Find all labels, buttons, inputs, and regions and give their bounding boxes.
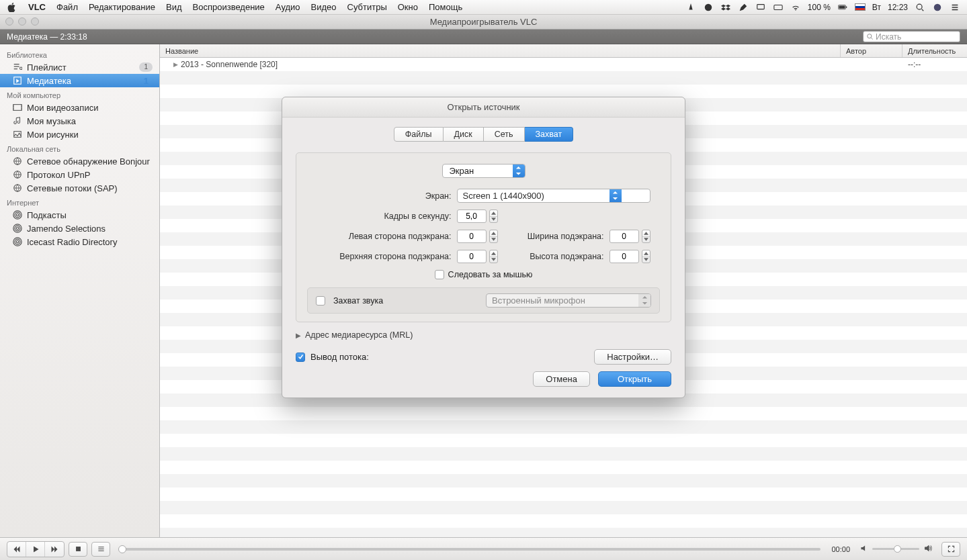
sidebar-item-music[interactable]: Моя музыка bbox=[0, 114, 159, 128]
menu-subtitles[interactable]: Субтитры bbox=[347, 2, 387, 12]
next-button[interactable] bbox=[45, 542, 64, 557]
menu-window[interactable]: Окно bbox=[398, 2, 418, 12]
left-stepper[interactable] bbox=[457, 230, 498, 243]
status-pen-icon[interactable] bbox=[738, 2, 749, 13]
status-time[interactable]: 12:23 bbox=[888, 3, 908, 12]
disclosure-triangle-icon[interactable]: ▶ bbox=[173, 61, 178, 68]
apple-menu-icon[interactable] bbox=[7, 2, 17, 13]
stepper-down-icon[interactable] bbox=[642, 237, 650, 243]
stepper-up-icon[interactable] bbox=[490, 250, 497, 257]
menu-video[interactable]: Видео bbox=[311, 2, 337, 12]
sidebar-item-medialib[interactable]: Медиатека 1 bbox=[0, 74, 159, 87]
stepper-down-icon[interactable] bbox=[490, 237, 497, 243]
window-traffic-lights[interactable] bbox=[5, 17, 39, 26]
sidebar-item-podcasts[interactable]: Подкасты bbox=[0, 208, 159, 222]
menu-audio[interactable]: Аудио bbox=[276, 2, 300, 12]
open-button[interactable]: Открыть bbox=[598, 371, 671, 387]
stop-button[interactable] bbox=[69, 542, 87, 557]
status-display-icon[interactable] bbox=[755, 2, 766, 13]
volume-slider[interactable] bbox=[872, 548, 919, 550]
menu-file[interactable]: Файл bbox=[56, 2, 78, 12]
prev-button[interactable] bbox=[7, 542, 26, 557]
sidebar-item-bonjour[interactable]: Сетевое обнаружение Bonjour bbox=[0, 154, 159, 168]
height-stepper[interactable] bbox=[609, 250, 650, 263]
menu-edit[interactable]: Редактирование bbox=[89, 2, 155, 12]
globe-icon bbox=[12, 169, 23, 180]
window-titlebar: Медиапроигрыватель VLC bbox=[0, 15, 967, 30]
column-author[interactable]: Автор bbox=[841, 44, 902, 57]
width-stepper[interactable] bbox=[609, 230, 650, 243]
sidebar-count: 1 bbox=[144, 76, 153, 86]
screen-select[interactable]: Screen 1 (1440x900) bbox=[457, 189, 650, 203]
status-spotlight-icon[interactable] bbox=[915, 2, 925, 13]
app-menu[interactable]: VLC bbox=[28, 2, 46, 12]
disclosure-triangle-icon: ▶ bbox=[296, 332, 301, 339]
sidebar-item-sap[interactable]: Сетевые потоки (SAP) bbox=[0, 181, 159, 195]
column-title[interactable]: Название bbox=[160, 44, 841, 57]
status-keyboard-icon[interactable] bbox=[773, 2, 784, 13]
table-row[interactable]: ▶2013 - Sonnenwende [320] --:-- bbox=[160, 58, 967, 71]
menu-playback[interactable]: Воспроизведение bbox=[193, 2, 265, 12]
follow-mouse-checkbox[interactable] bbox=[435, 270, 444, 279]
sidebar-item-upnp[interactable]: Протокол UPnP bbox=[0, 168, 159, 181]
sidebar-item-label: Сетевое обнаружение Bonjour bbox=[27, 156, 150, 167]
tab-capture[interactable]: Захват bbox=[525, 127, 574, 142]
mrl-disclosure[interactable]: ▶ Адрес медиаресурса (MRL) bbox=[296, 330, 671, 340]
stepper-down-icon[interactable] bbox=[642, 257, 650, 263]
seek-slider[interactable] bbox=[121, 548, 821, 551]
fps-stepper[interactable] bbox=[457, 209, 650, 223]
dialog-title: Открыть источник bbox=[282, 97, 685, 118]
playlist-toggle-button[interactable] bbox=[91, 542, 110, 557]
cancel-button[interactable]: Отмена bbox=[533, 371, 590, 387]
stepper-down-icon[interactable] bbox=[490, 217, 497, 223]
podcast-icon bbox=[12, 223, 23, 234]
menu-help[interactable]: Помощь bbox=[429, 2, 462, 12]
stepper-down-icon[interactable] bbox=[490, 257, 497, 263]
status-wifi-icon[interactable] bbox=[790, 2, 801, 13]
volume-low-icon[interactable] bbox=[859, 544, 868, 555]
left-label: Левая сторона подэкрана: bbox=[317, 232, 452, 241]
status-siri-icon[interactable] bbox=[932, 2, 943, 13]
left-input[interactable] bbox=[457, 230, 487, 243]
podcast-icon bbox=[12, 236, 23, 247]
height-input[interactable] bbox=[609, 250, 639, 263]
status-day[interactable]: Вт bbox=[872, 3, 881, 12]
play-button[interactable] bbox=[26, 542, 45, 557]
svg-rect-5 bbox=[839, 5, 845, 8]
top-input[interactable] bbox=[457, 250, 487, 263]
stream-output-checkbox[interactable] bbox=[296, 353, 305, 362]
status-dropbox-icon[interactable] bbox=[720, 2, 731, 13]
sidebar-item-videos[interactable]: Мои видеозаписи bbox=[0, 101, 159, 114]
settings-button[interactable]: Настройки… bbox=[594, 349, 671, 365]
stepper-up-icon[interactable] bbox=[490, 210, 497, 217]
volume-high-icon[interactable] bbox=[923, 544, 932, 555]
stepper-up-icon[interactable] bbox=[642, 250, 650, 257]
sidebar-item-pictures[interactable]: Мои рисунки bbox=[0, 128, 159, 141]
stepper-up-icon[interactable] bbox=[490, 230, 497, 237]
status-input-flag-icon[interactable] bbox=[855, 3, 866, 11]
svg-point-16 bbox=[15, 212, 20, 218]
tab-disc[interactable]: Диск bbox=[444, 127, 484, 142]
tab-network[interactable]: Сеть bbox=[484, 127, 525, 142]
capture-source-select[interactable]: Экран bbox=[442, 164, 525, 178]
column-duration[interactable]: Длительность bbox=[902, 44, 967, 57]
svg-rect-2 bbox=[774, 5, 782, 9]
sidebar-item-jamendo[interactable]: Jamendo Selections bbox=[0, 222, 159, 235]
sidebar-item-playlist[interactable]: Плейлист 1 bbox=[0, 60, 159, 74]
status-battery-icon[interactable] bbox=[837, 2, 848, 13]
fullscreen-button[interactable] bbox=[941, 542, 960, 557]
capture-audio-checkbox[interactable] bbox=[316, 296, 325, 306]
top-stepper[interactable] bbox=[457, 250, 498, 263]
width-input[interactable] bbox=[609, 230, 639, 243]
menu-view[interactable]: Вид bbox=[166, 2, 182, 12]
svg-rect-24 bbox=[76, 547, 81, 551]
status-line-icon[interactable] bbox=[703, 2, 714, 13]
stepper-up-icon[interactable] bbox=[642, 230, 650, 237]
fps-input[interactable] bbox=[457, 209, 487, 223]
follow-mouse-label: Следовать за мышью bbox=[448, 270, 533, 279]
search-input[interactable]: Искать bbox=[863, 31, 960, 42]
sidebar-item-icecast[interactable]: Icecast Radio Directory bbox=[0, 235, 159, 248]
status-notifications-icon[interactable] bbox=[950, 2, 960, 13]
tab-files[interactable]: Файлы bbox=[394, 127, 444, 142]
status-vlc-icon[interactable] bbox=[685, 2, 696, 13]
